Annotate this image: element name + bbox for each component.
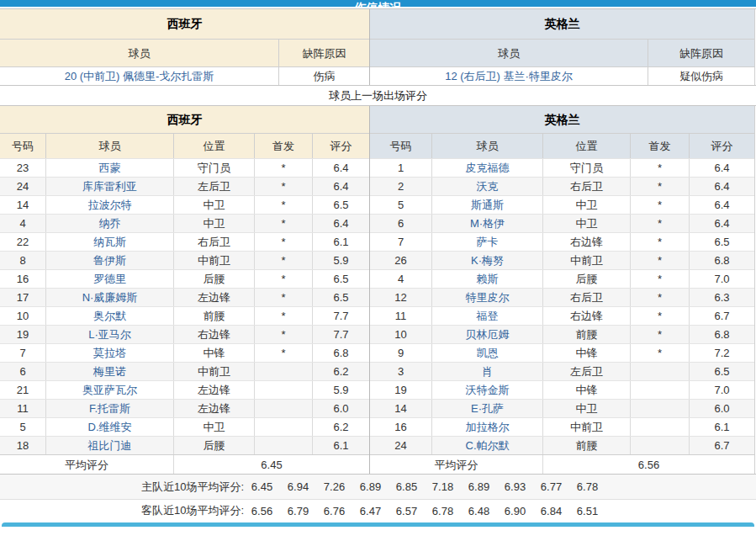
player-name-link[interactable]: 凯恩 xyxy=(477,347,499,359)
player-name-link[interactable]: 拉波尔特 xyxy=(88,199,132,211)
player-position: 守门员 xyxy=(543,159,631,177)
rating-value: 6.93 xyxy=(497,480,533,493)
player-name-link[interactable]: 莫拉塔 xyxy=(93,347,126,359)
player-position: 左边锋 xyxy=(174,289,255,306)
player-row: 19L·亚马尔右边锋*7.7 xyxy=(0,325,369,343)
player-rating: 6.2 xyxy=(313,418,369,436)
player-rating: 6.1 xyxy=(313,233,369,251)
player-rating: 6.8 xyxy=(690,252,754,269)
starter-mark: * xyxy=(255,270,313,288)
player-name-link[interactable]: 奥尔默 xyxy=(93,310,126,322)
player-number: 7 xyxy=(370,233,432,251)
player-name-link[interactable]: 赖斯 xyxy=(477,273,499,285)
player-name-link[interactable]: 斯通斯 xyxy=(471,199,504,211)
player-row: 12特里皮尔右后卫*6.3 xyxy=(370,288,754,306)
player-name-link[interactable]: C.帕尔默 xyxy=(466,439,510,452)
player-name-link[interactable]: 贝林厄姆 xyxy=(466,328,510,341)
player-position: 中卫 xyxy=(174,196,255,214)
player-name-link[interactable]: 罗德里 xyxy=(93,273,126,285)
away-team-header: 英格兰 xyxy=(370,9,754,39)
rating-value: 6.47 xyxy=(352,505,389,517)
player-rating: 6.5 xyxy=(690,363,754,380)
player-position: 中卫 xyxy=(174,418,255,436)
starter-mark: * xyxy=(255,215,313,232)
position-column-header: 位置 xyxy=(543,134,631,158)
rating-value: 6.56 xyxy=(244,505,280,517)
absent-player-link[interactable]: 20 (中前卫) 佩德里-戈尔扎雷斯 xyxy=(65,70,214,82)
player-name-link[interactable]: N·威廉姆斯 xyxy=(82,291,138,304)
player-name-link[interactable]: 奥亚萨瓦尔 xyxy=(82,384,137,396)
player-column-header: 球员 xyxy=(0,40,279,66)
player-rating: 6.5 xyxy=(313,196,369,214)
player-row: 24库库雷利亚左后卫*6.4 xyxy=(0,177,369,195)
player-row: 8鲁伊斯中前卫*5.9 xyxy=(0,251,369,269)
player-name-link[interactable]: 鲁伊斯 xyxy=(93,254,126,267)
player-position: 右后卫 xyxy=(543,178,631,195)
starter-mark xyxy=(255,437,313,454)
player-name-link[interactable]: 纳乔 xyxy=(99,217,121,230)
starter-mark: * xyxy=(631,233,690,251)
rating-value: 6.84 xyxy=(533,505,569,517)
absent-player-link[interactable]: 12 (右后卫) 基兰·特里皮尔 xyxy=(445,70,573,82)
injury-away-panel: 英格兰 球员 缺阵原因 12 (右后卫) 基兰·特里皮尔疑似伤病 xyxy=(370,9,755,85)
player-row: 11福登右边锋*6.7 xyxy=(370,306,754,325)
player-position: 左边锋 xyxy=(174,381,255,399)
starter-mark: * xyxy=(255,196,313,214)
player-row: 1皮克福德守门员*6.4 xyxy=(370,158,754,177)
player-number: 2 xyxy=(370,178,432,195)
player-name-link[interactable]: 沃克 xyxy=(477,180,499,193)
average-rating-value: 6.45 xyxy=(174,455,369,474)
player-position: 中卫 xyxy=(174,215,255,232)
rating-value: 6.48 xyxy=(461,505,497,517)
player-name-link[interactable]: F.托雷斯 xyxy=(89,402,130,415)
player-position: 中卫 xyxy=(543,196,631,214)
player-name-link[interactable]: 皮克福德 xyxy=(466,162,510,174)
player-position: 中卫 xyxy=(543,400,631,417)
player-name-link[interactable]: 肖 xyxy=(482,365,493,378)
player-row: 2沃克右后卫*6.4 xyxy=(370,177,754,195)
starter-mark xyxy=(255,418,313,436)
player-name-link[interactable]: 库库雷利亚 xyxy=(82,180,137,193)
rating-value: 6.79 xyxy=(280,505,316,517)
player-position: 中前卫 xyxy=(543,418,631,436)
player-number: 19 xyxy=(370,381,432,399)
home-last10-label: 主队近10场平均评分: xyxy=(0,480,244,495)
player-name-link[interactable]: 萨卡 xyxy=(477,236,499,248)
player-rating: 6.4 xyxy=(313,215,369,232)
player-name-link[interactable]: M·格伊 xyxy=(470,217,505,230)
player-row: 22纳瓦斯右后卫*6.1 xyxy=(0,232,369,251)
player-name-link[interactable]: E·孔萨 xyxy=(471,402,504,415)
starter-column-header: 首发 xyxy=(255,134,313,158)
player-rating: 6.5 xyxy=(313,270,369,288)
player-position: 中前卫 xyxy=(543,252,631,269)
player-name-link[interactable]: 纳瓦斯 xyxy=(93,236,126,248)
player-name-link[interactable]: 福登 xyxy=(477,310,499,322)
player-row: 4纳乔中卫*6.4 xyxy=(0,214,369,232)
player-name-link[interactable]: D.维维安 xyxy=(88,421,132,433)
absence-reason: 疑似伤病 xyxy=(648,67,754,85)
player-name-link[interactable]: 西蒙 xyxy=(99,162,121,174)
player-name-link[interactable]: L·亚马尔 xyxy=(88,328,131,341)
player-name-link[interactable]: 沃特金斯 xyxy=(466,384,510,396)
player-name-link[interactable]: 祖比门迪 xyxy=(88,439,132,452)
starter-mark: * xyxy=(255,344,313,362)
player-number: 12 xyxy=(370,289,432,306)
player-rating: 6.4 xyxy=(690,159,754,177)
player-number: 19 xyxy=(0,326,46,343)
player-name-link[interactable]: 加拉格尔 xyxy=(466,421,510,433)
rating-value: 7.18 xyxy=(425,480,461,493)
starter-mark: * xyxy=(631,178,690,195)
rating-value: 6.77 xyxy=(533,480,569,493)
average-rating-value: 6.56 xyxy=(543,455,754,474)
player-name-link[interactable]: 梅里诺 xyxy=(93,365,126,378)
away-team-header: 英格兰 xyxy=(370,106,754,133)
player-name-link[interactable]: 特里皮尔 xyxy=(466,291,510,304)
home-team-header: 西班牙 xyxy=(0,9,369,39)
player-row: 7萨卡右边锋*6.5 xyxy=(370,232,754,251)
rating-value: 6.76 xyxy=(316,505,352,517)
player-row: 21奥亚萨瓦尔左边锋5.9 xyxy=(0,380,369,399)
player-position: 右边锋 xyxy=(174,326,255,343)
player-name-link[interactable]: K·梅努 xyxy=(471,254,504,267)
player-number: 7 xyxy=(0,344,46,362)
absence-reason: 伤病 xyxy=(279,67,369,85)
